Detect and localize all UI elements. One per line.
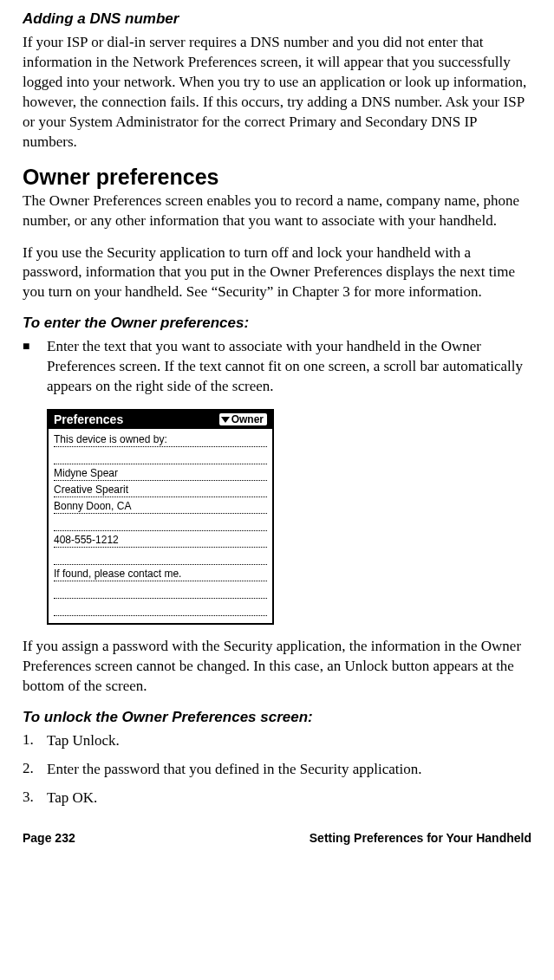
paragraph-owner-1: The Owner Preferences screen enables you… <box>23 191 531 231</box>
list-item: 1. Tap Unlock. <box>23 731 531 751</box>
owner-text-line: If found, please contact me. <box>54 567 267 581</box>
owner-text-line <box>54 549 267 565</box>
owner-dropdown[interactable]: Owner <box>219 413 267 425</box>
paragraph-dns: If your ISP or dial-in server requires a… <box>23 33 531 153</box>
step-text: Enter the password that you defined in t… <box>47 760 421 780</box>
prefs-header-bar: Preferences Owner <box>49 411 272 429</box>
heading-owner-preferences: Owner preferences <box>23 165 531 190</box>
heading-unlock-owner: To unlock the Owner Preferences screen: <box>23 709 531 726</box>
page-footer: Page 232 Setting Preferences for Your Ha… <box>23 831 531 845</box>
heading-enter-owner: To enter the Owner preferences: <box>23 315 531 332</box>
owner-text-line: Bonny Doon, CA <box>54 499 267 514</box>
owner-text-line: 408-555-1212 <box>54 533 267 548</box>
paragraph-owner-3: If you assign a password with the Securi… <box>23 637 531 697</box>
list-item: ■ Enter the text that you want to associ… <box>23 337 531 397</box>
owner-text-line: Midyne Spear <box>54 466 267 481</box>
bullet-list: ■ Enter the text that you want to associ… <box>23 337 531 397</box>
owner-text-line: Creative Spearit <box>54 483 267 497</box>
chapter-title: Setting Preferences for Your Handheld <box>310 831 531 845</box>
owner-text-line <box>54 600 267 616</box>
list-item: 3. Tap OK. <box>23 789 531 808</box>
step-number: 1. <box>23 731 38 751</box>
square-bullet-icon: ■ <box>23 337 35 397</box>
step-text: Tap Unlock. <box>47 731 120 751</box>
page-number: Page 232 <box>23 831 75 845</box>
dropdown-label: Owner <box>231 413 264 425</box>
list-item: 2. Enter the password that you defined i… <box>23 760 531 780</box>
heading-adding-dns: Adding a DNS number <box>23 10 531 28</box>
owner-text-line <box>54 583 267 599</box>
step-number: 3. <box>23 789 38 808</box>
prefs-title: Preferences <box>54 412 123 426</box>
paragraph-owner-2: If you use the Security application to t… <box>23 243 531 303</box>
preferences-screenshot: Preferences Owner This device is owned b… <box>47 409 274 625</box>
document-page: Adding a DNS number If your ISP or dial-… <box>0 0 554 862</box>
prefs-body[interactable]: This device is owned by: Midyne Spear Cr… <box>49 429 272 623</box>
owner-text-line <box>54 449 267 464</box>
step-number: 2. <box>23 760 38 780</box>
owner-text-line: This device is owned by: <box>54 432 267 447</box>
numbered-list: 1. Tap Unlock. 2. Enter the password tha… <box>23 731 531 808</box>
owner-text-line <box>54 516 267 531</box>
bullet-text: Enter the text that you want to associat… <box>47 337 531 397</box>
chevron-down-icon <box>221 417 230 423</box>
step-text: Tap OK. <box>47 789 97 808</box>
